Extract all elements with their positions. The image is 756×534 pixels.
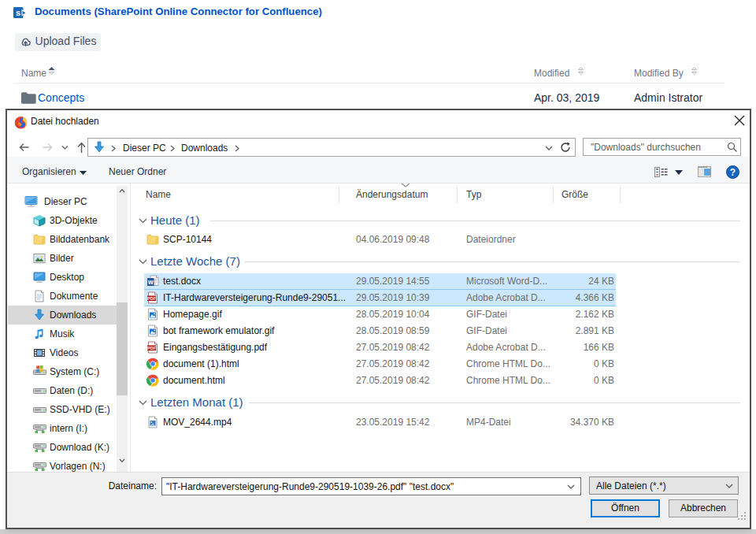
svg-text:s: s [16, 8, 20, 17]
svg-text:?: ? [730, 167, 736, 178]
svg-text:w: w [147, 278, 154, 286]
svg-text:PDF: PDF [147, 296, 157, 301]
svg-text:PDF: PDF [147, 346, 157, 350]
